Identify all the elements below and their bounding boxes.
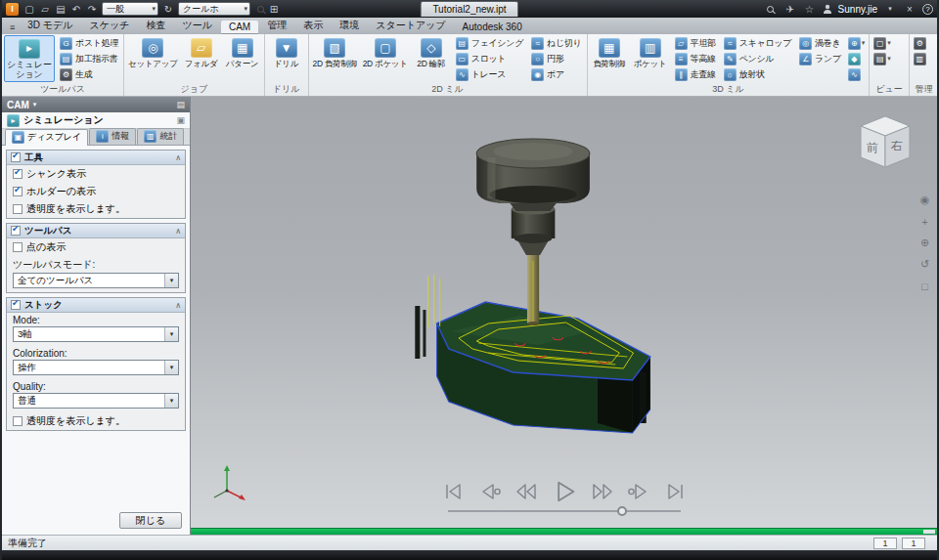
tab-getstarted[interactable]: スタートアップ xyxy=(368,18,453,34)
points-checkbox[interactable] xyxy=(13,242,22,252)
collapse-chevron-icon[interactable]: ∧ xyxy=(175,227,181,236)
section-toolpath-header[interactable]: ツールパス ∧ xyxy=(7,224,185,238)
toolpath-enabled-checkbox[interactable] xyxy=(11,226,21,236)
tab-environments[interactable]: 環境 xyxy=(332,18,367,34)
next-operation-button[interactable] xyxy=(627,481,650,502)
manage-library-button[interactable]: ▥ xyxy=(912,51,928,66)
view-list-button[interactable]: ▤▾ xyxy=(872,51,893,66)
collapse-chevron-icon[interactable]: ∧ xyxy=(175,153,181,162)
post-process-button[interactable]: G ポスト処理 xyxy=(57,35,121,51)
holder-checkbox[interactable] xyxy=(13,187,22,196)
2d-pocket-button[interactable]: ▢ 2D ポケット xyxy=(361,35,410,68)
ramp-button[interactable]: ∠ ランプ xyxy=(796,51,844,66)
setup-button[interactable]: ◎ セットアップ xyxy=(126,35,179,68)
3d-adaptive-button[interactable]: ▦ 負荷制御 xyxy=(590,35,629,68)
redo-icon[interactable]: ↷ xyxy=(85,2,99,16)
close-button[interactable]: 閉じる xyxy=(119,512,182,529)
stock-mode-dropdown[interactable]: 3軸 ▾ xyxy=(13,326,179,342)
folder-button[interactable]: ▱ フォルダ xyxy=(182,35,221,68)
tab-sketch[interactable]: スケッチ xyxy=(82,18,138,34)
mill3d-extra-button-2[interactable]: ◆ xyxy=(846,51,868,66)
tab-autodesk360[interactable]: Autodesk 360 xyxy=(455,21,530,34)
go-to-end-button[interactable] xyxy=(663,481,687,502)
collapse-chevron-icon[interactable]: ∧ xyxy=(175,301,181,310)
drill-button[interactable]: ▼ ドリル xyxy=(267,35,306,68)
pan-icon[interactable]: + xyxy=(917,214,932,229)
radial-button[interactable]: ☼ 放射状 xyxy=(721,66,794,82)
2d-contour-button[interactable]: ◇ 2D 輪郭 xyxy=(412,35,451,68)
flat-button[interactable]: ▱ 平坦部 xyxy=(672,35,719,51)
bore-button[interactable]: ◉ ボア xyxy=(528,66,584,82)
share-icon[interactable]: ✈ xyxy=(783,2,797,16)
look-at-icon[interactable]: □ xyxy=(917,279,932,293)
stock-enabled-checkbox[interactable] xyxy=(11,300,21,310)
viewcube[interactable]: 前 右 xyxy=(849,107,923,181)
mill3d-extra-button-1[interactable]: ⊕▾ xyxy=(846,35,868,51)
tab-statistics[interactable]: ▥ 統計 xyxy=(137,128,184,145)
tab-tools[interactable]: ツール xyxy=(174,18,219,34)
section-tool-header[interactable]: 工具 ∧ xyxy=(7,151,185,165)
search-icon[interactable] xyxy=(764,2,778,16)
tab-display[interactable]: ▣ ディスプレイ xyxy=(5,129,88,146)
steering-wheel-icon[interactable]: ◉ xyxy=(917,193,932,207)
simulation-position-slider[interactable] xyxy=(448,506,681,516)
material-dropdown[interactable]: 一般 ▾ xyxy=(102,2,158,16)
parallel-button[interactable]: ∥ 走査線 xyxy=(672,66,719,82)
simulation-button[interactable]: ▸ シミュレーション xyxy=(4,35,55,82)
toolpath-mode-dropdown[interactable]: 全てのツールパス ▾ xyxy=(13,273,179,288)
mill3d-extra-button-3[interactable]: ∿ xyxy=(846,66,868,82)
tool-enabled-checkbox[interactable] xyxy=(11,152,21,162)
browser-dropdown-icon[interactable]: ▾ xyxy=(33,101,37,108)
2d-adaptive-button[interactable]: ▧ 2D 負荷制御 xyxy=(311,35,359,68)
stock-transparency-checkbox[interactable] xyxy=(13,416,22,426)
appearance-search-icon[interactable] xyxy=(253,2,267,16)
tab-cam[interactable]: CAM xyxy=(221,21,258,34)
contour-3d-button[interactable]: ≡ 等高線 xyxy=(672,51,719,66)
viewport-3d-scene[interactable] xyxy=(191,97,937,528)
browser-options-icon[interactable]: ▤ xyxy=(176,100,185,109)
previous-operation-button[interactable] xyxy=(478,481,502,502)
tab-view[interactable]: 表示 xyxy=(295,18,331,34)
inventor-logo-icon[interactable]: I xyxy=(6,3,19,16)
go-to-start-button[interactable] xyxy=(442,481,466,502)
orbit-icon[interactable]: ↺ xyxy=(917,257,932,272)
tab-info[interactable]: i 情報 xyxy=(89,128,136,145)
refresh-icon[interactable]: ↻ xyxy=(161,2,175,16)
slider-track[interactable] xyxy=(448,510,681,512)
generate-button[interactable]: ⚙ 生成 xyxy=(57,66,121,82)
adjust-icon[interactable]: ⊞ xyxy=(267,2,281,16)
appearance-dropdown[interactable]: クールホ ▾ xyxy=(178,2,250,16)
favorites-star-icon[interactable]: ☆ xyxy=(803,2,817,16)
trace-button[interactable]: ∿ トレース xyxy=(453,66,526,82)
scallop-button[interactable]: ≈ スキャロップ xyxy=(721,35,794,51)
stock-colorization-dropdown[interactable]: 操作 ▾ xyxy=(13,360,179,375)
pencil-button[interactable]: ✎ ペンシル xyxy=(721,51,794,66)
zoom-icon[interactable]: ⊕ xyxy=(917,236,932,250)
slot-button[interactable]: ▭ スロット xyxy=(453,51,526,66)
manage-settings-button[interactable]: ⚙ xyxy=(912,35,928,51)
pattern-button[interactable]: ▦ パターン xyxy=(223,35,262,68)
save-icon[interactable]: ▤ xyxy=(54,2,67,16)
circular-button[interactable]: ○ 円形 xyxy=(528,51,584,66)
user-menu-chevron-icon[interactable]: ▾ xyxy=(883,2,897,16)
shank-checkbox[interactable] xyxy=(13,169,22,179)
play-button[interactable] xyxy=(551,479,578,504)
user-name[interactable]: Sunny.jie xyxy=(838,4,877,15)
section-stock-header[interactable]: ストック ∧ xyxy=(7,298,185,313)
viewport-3d[interactable]: 前 右 ◉ + ⊕ ↺ □ xyxy=(191,97,937,528)
help-icon[interactable]: ? xyxy=(922,4,933,15)
stock-quality-dropdown[interactable]: 普通 ▾ xyxy=(13,393,179,409)
open-file-icon[interactable]: ▱ xyxy=(38,2,52,16)
tab-inspect[interactable]: 検査 xyxy=(138,18,173,34)
ribbon-menu-icon[interactable]: ≡ xyxy=(6,22,19,34)
view-toggle-button[interactable]: ▢▾ xyxy=(872,35,893,51)
tab-3d-model[interactable]: 3D モデル xyxy=(20,18,80,34)
thread-button[interactable]: ≈ ねじ切り xyxy=(528,35,584,51)
spiral-button[interactable]: ◎ 渦巻き xyxy=(796,35,844,51)
panel-detach-icon[interactable]: ▣ xyxy=(176,115,185,125)
setup-sheet-button[interactable]: ▤ 加工指示書 xyxy=(57,51,121,66)
slider-handle[interactable] xyxy=(617,506,627,516)
facing-button[interactable]: ▤ フェイシング xyxy=(453,35,526,51)
tool-transparency-checkbox[interactable] xyxy=(13,204,22,214)
step-forward-button[interactable] xyxy=(591,481,614,502)
